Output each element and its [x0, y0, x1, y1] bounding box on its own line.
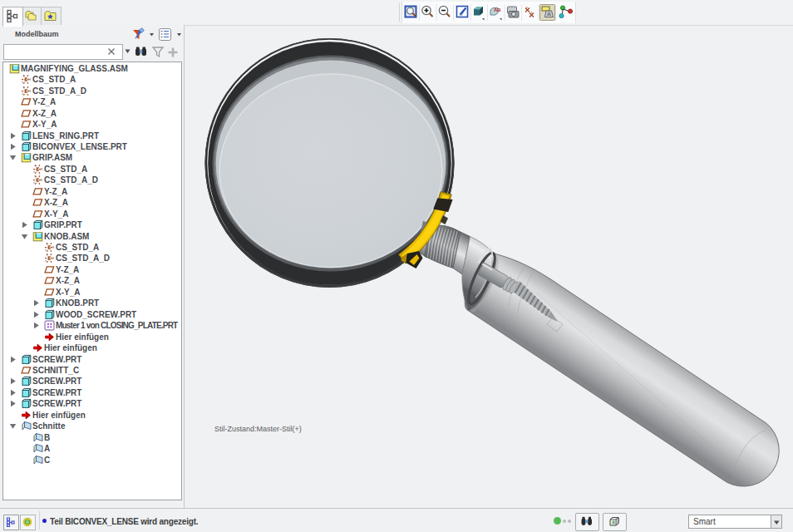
svg-text:AB: AB — [494, 7, 501, 12]
